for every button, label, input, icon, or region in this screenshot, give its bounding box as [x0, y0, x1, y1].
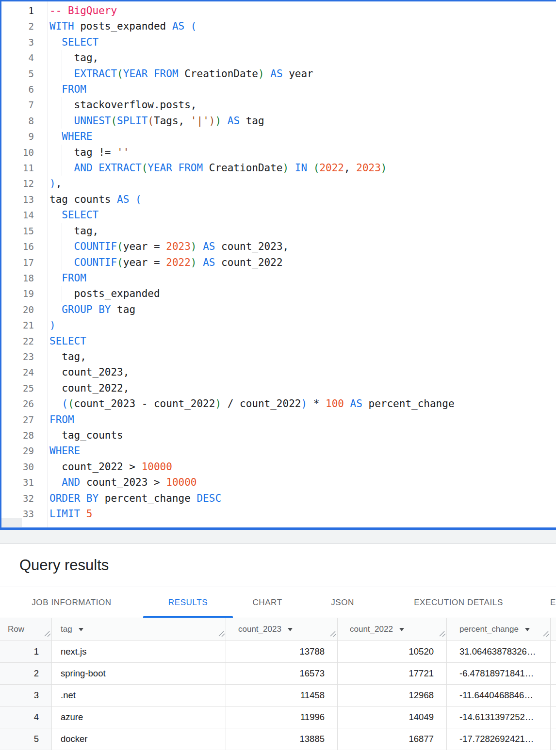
code-line[interactable]: 4tag, [1, 50, 556, 66]
code-line[interactable]: 16COUNTIF(year = 2023) AS count_2023, [1, 239, 556, 254]
sql-token: year = [123, 239, 166, 254]
code-line-text: tag, [49, 349, 556, 364]
tab-json[interactable]: JSON [302, 587, 383, 618]
tab-chart[interactable]: CHART [233, 587, 302, 618]
code-line[interactable]: 19posts_expanded [1, 286, 556, 301]
code-line[interactable]: 13tag_counts AS ( [1, 192, 556, 207]
indent-guide [49, 223, 62, 239]
sql-token: count_2023 > [80, 475, 166, 490]
sql-token: AS [264, 66, 283, 82]
code-line[interactable]: 20GROUP BY tag [1, 302, 556, 317]
sort-dropdown-icon[interactable] [288, 628, 293, 631]
sql-token: ( [147, 113, 154, 129]
sql-token: count_2023, [62, 364, 129, 380]
editor-content[interactable]: 1-- BigQuery2WITH posts_expanded AS (3SE… [1, 1, 556, 527]
code-line[interactable]: 8UNNEST(SPLIT(Tags, '|')) AS tag [1, 113, 556, 129]
column-resize-handle-icon[interactable] [218, 630, 225, 640]
column-header-tag[interactable]: tag [52, 618, 226, 641]
tab-execution-details[interactable]: EXECUTION DETAILS [383, 587, 534, 618]
sql-token: ) [209, 113, 215, 129]
horizontal-scrollbar-thumb[interactable] [1, 518, 22, 527]
line-number: 9 [1, 129, 48, 144]
code-line[interactable]: 25count_2022, [1, 380, 556, 396]
sql-token: AND EXTRACT [74, 160, 142, 176]
code-line[interactable]: 7stackoverflow.posts, [1, 97, 556, 113]
code-line[interactable]: 31AND count_2023 > 10000 [1, 475, 556, 490]
sql-token: ( [117, 255, 123, 270]
indent-guide [49, 302, 62, 317]
indent-guide [49, 82, 62, 97]
sql-token: ) [258, 66, 264, 82]
code-line[interactable]: 3SELECT [1, 34, 556, 50]
indent-guide [49, 97, 62, 113]
sql-token: ) [191, 255, 197, 270]
tab-results[interactable]: RESULTS [143, 587, 233, 618]
row-number-cell: 1 [0, 641, 52, 662]
column-header-count_2023[interactable]: count_2023 [226, 618, 338, 641]
column-resize-handle-icon[interactable] [439, 630, 446, 640]
query-results-header: Query results [0, 544, 556, 587]
code-line[interactable]: 23tag, [1, 349, 556, 364]
column-resize-handle-icon[interactable] [44, 630, 51, 640]
header-filler [551, 618, 556, 641]
sql-token: tag != [74, 145, 117, 160]
sql-token: tag_counts [62, 427, 123, 443]
sort-dropdown-icon[interactable] [399, 628, 404, 631]
code-line[interactable]: 22SELECT [1, 333, 556, 349]
code-line[interactable]: 1-- BigQuery [1, 3, 556, 18]
code-line[interactable]: 14SELECT [1, 207, 556, 223]
code-line[interactable]: 2WITH posts_expanded AS ( [1, 18, 556, 34]
table-row: 3.net1145812968-11.6440468846… [0, 685, 556, 707]
code-line[interactable]: 29WHERE [1, 443, 556, 459]
line-number: 23 [1, 349, 48, 364]
code-line[interactable]: 6FROM [1, 82, 556, 97]
code-line[interactable]: 30count_2022 > 10000 [1, 459, 556, 475]
row-number-cell: 2 [0, 663, 52, 684]
code-line[interactable]: 11AND EXTRACT(YEAR FROM CreationDate) IN… [1, 160, 556, 176]
column-resize-handle-icon[interactable] [329, 630, 337, 640]
code-line-text: LIMIT 5 [49, 506, 556, 522]
code-line[interactable]: 26((count_2023 - count_2022) / count_202… [1, 396, 556, 411]
code-line[interactable]: 33LIMIT 5 [1, 506, 556, 522]
panel-splitter[interactable] [0, 530, 556, 544]
code-line[interactable]: 5EXTRACT(YEAR FROM CreationDate) AS year [1, 66, 556, 82]
percent-change-cell: -14.6131397252… [447, 707, 551, 728]
tab-job-information[interactable]: JOB INFORMATION [0, 587, 143, 618]
sql-token: Tags, [154, 113, 191, 129]
indent-guide [49, 364, 62, 380]
sql-editor[interactable]: 1-- BigQuery2WITH posts_expanded AS (3SE… [0, 0, 556, 530]
code-line[interactable]: 28tag_counts [1, 427, 556, 443]
sort-dropdown-icon[interactable] [525, 628, 530, 631]
sql-token: CreationDate [179, 66, 258, 82]
code-line[interactable]: 10tag != '' [1, 145, 556, 160]
column-resize-handle-icon[interactable] [542, 630, 550, 640]
tab-ex[interactable]: EX [534, 587, 556, 618]
column-header-count_2022[interactable]: count_2022 [338, 618, 447, 641]
sql-token: tag_counts [49, 192, 117, 207]
sql-token: posts_expanded [74, 18, 172, 34]
line-number: 19 [1, 286, 48, 301]
sql-token: AND [62, 475, 80, 490]
indent-guide [49, 34, 62, 50]
code-line[interactable]: 24count_2023, [1, 364, 556, 380]
code-line[interactable]: 21) [1, 317, 556, 333]
code-line[interactable]: 17COUNTIF(year = 2022) AS count_2022 [1, 255, 556, 270]
column-header-label: count_2023 [238, 625, 281, 634]
code-line-text: COUNTIF(year = 2023) AS count_2023, [49, 239, 556, 254]
sql-token: -- BigQuery [49, 3, 117, 18]
code-line[interactable]: 15tag, [1, 223, 556, 239]
column-header-label: percent_change [459, 625, 519, 634]
code-line[interactable]: 32ORDER BY percent_change DESC [1, 491, 556, 506]
code-line[interactable]: 18FROM [1, 270, 556, 286]
code-line[interactable]: 27FROM [1, 412, 556, 427]
code-line[interactable]: 12), [1, 176, 556, 191]
code-line-text: FROM [49, 412, 556, 427]
code-line[interactable]: 9WHERE [1, 129, 556, 144]
sql-token: FROM [49, 412, 74, 427]
code-line-text: WITH posts_expanded AS ( [49, 18, 556, 34]
row-filler [551, 728, 556, 750]
sort-dropdown-icon[interactable] [79, 628, 83, 631]
sql-token: / count_2022 [221, 396, 301, 411]
column-header-percent_change[interactable]: percent_change [447, 618, 551, 641]
sql-token: percent_change [362, 396, 455, 411]
